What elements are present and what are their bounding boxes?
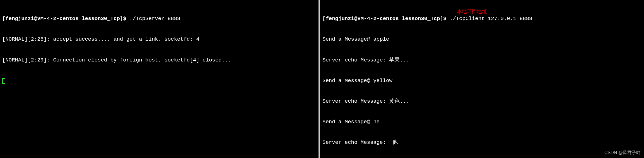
prompt-line: [fengjunzi@VM-4-2-centos lesson30_Tcp]$ …: [322, 15, 642, 22]
shell-prompt: [fengjunzi@VM-4-2-centos lesson30_Tcp]$: [2, 16, 129, 22]
annotation-label: 本地环回地址: [457, 8, 487, 15]
output-line: Send a Message@ he: [322, 119, 642, 125]
output-line: Server echo Message: 苹果...: [322, 57, 642, 64]
output-line: Server echo Message: 他: [322, 139, 642, 146]
terminal-right-pane[interactable]: [fengjunzi@VM-4-2-centos lesson30_Tcp]$ …: [320, 0, 644, 158]
prompt-line: [fengjunzi@VM-4-2-centos lesson30_Tcp]$ …: [2, 15, 316, 22]
shell-prompt: [fengjunzi@VM-4-2-centos lesson30_Tcp]$: [322, 16, 450, 22]
output-line: Send a Message@ apple: [322, 36, 642, 43]
cursor-icon: [2, 78, 5, 84]
terminal-container: [fengjunzi@VM-4-2-centos lesson30_Tcp]$ …: [0, 0, 644, 158]
output-line: [NORMAL][2:29]: Connection closed by for…: [2, 57, 316, 64]
command-text: ./TcpServer 8888: [129, 16, 180, 22]
output-line: Send a Message@ yellow: [322, 77, 642, 84]
watermark-label: CSDN @风君子吖: [604, 150, 641, 156]
cursor-line: [2, 77, 316, 84]
command-text: ./TcpClient 127.0.0.1 8888: [450, 16, 532, 22]
terminal-left-pane[interactable]: [fengjunzi@VM-4-2-centos lesson30_Tcp]$ …: [0, 0, 320, 158]
output-line: [NORMAL][2:28]: accept success..., and g…: [2, 36, 316, 43]
output-line: Server echo Message: 黄色...: [322, 98, 642, 105]
